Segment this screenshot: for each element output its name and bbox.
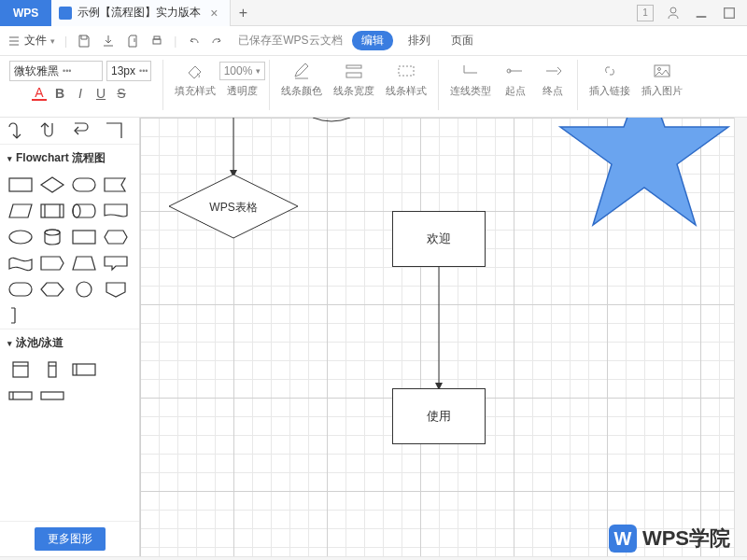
- page-menu[interactable]: 页面: [445, 33, 479, 49]
- star-shape[interactable]: [551, 118, 738, 232]
- shape-subprocess[interactable]: [39, 202, 65, 220]
- shape-trapezoid[interactable]: [71, 254, 97, 273]
- svg-point-26: [77, 282, 92, 297]
- insert-image-group[interactable]: 插入图片: [638, 60, 686, 98]
- wps-brand[interactable]: WPS: [0, 0, 51, 26]
- undo-button[interactable]: [186, 34, 201, 49]
- shape-rect[interactable]: [7, 175, 34, 194]
- shape-cylinder-h[interactable]: [71, 202, 97, 220]
- more-shapes-button[interactable]: 更多图形: [35, 527, 106, 551]
- svg-rect-9: [346, 73, 361, 77]
- svg-rect-25: [9, 283, 32, 296]
- svg-rect-27: [13, 362, 28, 377]
- arrange-menu[interactable]: 排列: [402, 33, 436, 49]
- shape-pentagon[interactable]: [39, 254, 65, 273]
- svg-rect-16: [9, 178, 32, 191]
- shape-tape[interactable]: [7, 254, 34, 273]
- shape-uturn-left[interactable]: [7, 121, 34, 140]
- italic-button[interactable]: I: [73, 86, 88, 101]
- line-color-group[interactable]: 线条颜色: [277, 60, 326, 98]
- line-style-icon: [393, 60, 419, 82]
- shape-diamond[interactable]: [39, 175, 65, 194]
- canvas[interactable]: WPS表格 欢迎 使用: [140, 118, 747, 556]
- svg-rect-17: [73, 178, 95, 191]
- svg-rect-6: [153, 39, 161, 44]
- svg-point-15: [658, 68, 661, 71]
- shape-callout[interactable]: [103, 254, 129, 273]
- shape-ellipse[interactable]: [7, 228, 34, 246]
- shape-document[interactable]: [103, 202, 129, 220]
- shape-terminator[interactable]: [7, 280, 34, 299]
- decision-node[interactable]: WPS表格: [168, 174, 299, 242]
- flowchart-section-header[interactable]: ▾Flowchart 流程图: [0, 144, 139, 172]
- shape-pool-h[interactable]: [71, 360, 97, 379]
- connector-type-group[interactable]: 连线类型: [446, 60, 495, 98]
- strike-button[interactable]: S: [114, 86, 129, 101]
- font-family-select[interactable]: 微软雅黑•••: [9, 61, 103, 81]
- fill-group[interactable]: 填充样式: [171, 60, 219, 98]
- notification-icon[interactable]: 1: [637, 5, 654, 21]
- user-icon[interactable]: [665, 5, 682, 21]
- shape-lane-v[interactable]: [39, 360, 65, 379]
- export-button[interactable]: [125, 34, 140, 49]
- shape-parallelogram[interactable]: [7, 202, 34, 220]
- use-node[interactable]: 使用: [392, 388, 486, 444]
- shape-pool-v[interactable]: [7, 360, 34, 379]
- insert-link-group[interactable]: 插入链接: [585, 60, 634, 98]
- svg-rect-7: [154, 36, 160, 39]
- shape-offpage[interactable]: [103, 280, 129, 299]
- font-color-button[interactable]: A: [32, 86, 47, 101]
- swimlane-section-header[interactable]: ▾泳池/泳道: [0, 329, 139, 357]
- shape-rect2[interactable]: [71, 228, 97, 246]
- shape-roundrect[interactable]: [71, 175, 97, 194]
- document-tab[interactable]: 示例【流程图】实力版本 ×: [51, 0, 230, 26]
- underline-button[interactable]: U: [93, 86, 108, 101]
- redo-button[interactable]: [210, 34, 225, 49]
- opacity-group[interactable]: 100%▾ 透明度: [223, 60, 261, 98]
- shape-lane-h2[interactable]: [39, 386, 65, 405]
- tab-strip: 示例【流程图】实力版本 × +: [51, 0, 256, 26]
- shape-uturn-right[interactable]: [71, 121, 97, 140]
- shape-lane-h1[interactable]: [7, 386, 34, 405]
- arrow-end-group[interactable]: 终点: [536, 60, 570, 98]
- line-width-icon: [341, 60, 367, 82]
- menubar: 文件 ▾ | | 已保存至WPS云文档 编辑 排列 页面: [0, 26, 747, 56]
- close-tab-icon[interactable]: ×: [206, 6, 221, 21]
- shape-hexagon[interactable]: [103, 228, 129, 246]
- edit-mode-button[interactable]: 编辑: [352, 31, 393, 50]
- new-tab-button[interactable]: +: [231, 0, 257, 26]
- line-width-group[interactable]: 线条宽度: [330, 60, 378, 98]
- font-size-select[interactable]: 13px•••: [106, 61, 151, 81]
- shape-cylinder-v[interactable]: [39, 228, 65, 246]
- link-icon: [597, 60, 623, 82]
- right-panel-collapsed[interactable]: [734, 118, 747, 556]
- arrow-start-icon: [502, 60, 529, 82]
- shape-row: [0, 118, 139, 144]
- svg-point-22: [9, 231, 32, 244]
- save-button[interactable]: [77, 34, 92, 49]
- svg-point-0: [670, 7, 676, 13]
- status-bar: [0, 556, 747, 560]
- format-toolbar: 微软雅黑••• 13px••• A B I U S 填充样式 100%▾ 透明度…: [0, 56, 747, 118]
- shape-bracket[interactable]: [7, 306, 34, 325]
- download-button[interactable]: [101, 34, 116, 49]
- cloud-status: 已保存至WPS云文档: [238, 33, 342, 49]
- svg-rect-35: [41, 392, 63, 399]
- svg-rect-29: [49, 362, 56, 377]
- shape-uturn-down[interactable]: [39, 121, 65, 140]
- line-style-group[interactable]: 线条样式: [382, 60, 430, 98]
- print-button[interactable]: [149, 34, 164, 49]
- bold-button[interactable]: B: [52, 86, 67, 101]
- shape-octagon[interactable]: [39, 280, 65, 299]
- arrow-end-icon: [540, 60, 566, 82]
- svg-rect-10: [399, 66, 414, 76]
- file-menu[interactable]: 文件 ▾: [7, 33, 55, 49]
- minimize-button[interactable]: [693, 5, 710, 21]
- shape-flag[interactable]: [103, 175, 129, 194]
- arrow-start-group[interactable]: 起点: [499, 60, 532, 98]
- maximize-button[interactable]: [721, 5, 738, 21]
- shape-circle[interactable]: [71, 280, 97, 299]
- shape-corner[interactable]: [103, 121, 129, 140]
- titlebar-controls: 1: [637, 5, 747, 21]
- welcome-node[interactable]: 欢迎: [392, 211, 486, 267]
